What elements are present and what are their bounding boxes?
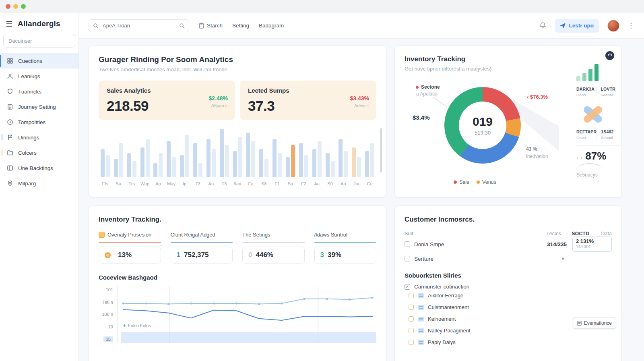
sidebar-item-cuections[interactable]: Cuections (0, 53, 78, 68)
red-dot-icon (416, 86, 419, 89)
bar-group (257, 129, 270, 177)
metric-value-box[interactable]: 0 446% (242, 247, 305, 263)
sidebar-search[interactable]: × (3, 34, 75, 48)
metric-underline (242, 242, 305, 243)
bar-group (165, 129, 178, 177)
bar-group (138, 129, 152, 177)
stat-lected-sumps[interactable]: Lected Sumps 37.3 $3.43% Adevi ⌐ (240, 81, 376, 120)
search-icon (93, 23, 99, 29)
sidebar-item-journey-setting[interactable]: Journey Setting (0, 99, 78, 114)
metric-value: 752,375 (184, 251, 208, 259)
sidebar-item-une-backtings[interactable]: Une Backtings (0, 160, 78, 176)
nav-link-starch[interactable]: Starch (199, 23, 223, 29)
row-checkbox[interactable] (405, 241, 410, 247)
sidebar-search-input[interactable] (8, 37, 80, 44)
sidebar-item-milparg[interactable]: Milparg (0, 176, 78, 191)
card-title: Gurager Rinding Por Soom Analytics (99, 55, 376, 64)
row-value-box[interactable]: 2 131% 149.304 (572, 237, 612, 252)
coceview-line-svg (118, 286, 376, 343)
checked-checkbox[interactable]: ✓ (405, 284, 410, 290)
send-icon (560, 23, 566, 28)
big-percent-prefix: + + (576, 156, 583, 160)
layout-columns-icon (6, 165, 13, 172)
stat-note: Adevi ⌐ (350, 103, 369, 108)
row-checkbox[interactable] (405, 256, 410, 261)
panel-col-sub: Gnou... (576, 135, 597, 140)
nav-link-badagram[interactable]: Badagram (259, 23, 284, 29)
topbar-search[interactable] (89, 19, 189, 32)
line-chart-y-axis: 101 7eti n 108 n 10 15 (99, 286, 117, 343)
sales-bar-chart: EfsSaTrsWapApMayIp73AuT39anFuS8F1SuF2AuS… (99, 129, 376, 186)
metric-label: /Idaws Suntrol (314, 232, 347, 238)
donut-callout: Sectone a Apulator (416, 84, 440, 97)
item-checkbox[interactable] (409, 316, 414, 322)
plus-icon: + (123, 323, 126, 328)
maximize-window-button[interactable] (21, 4, 26, 9)
y-tick-highlighted[interactable]: 15 (103, 336, 113, 342)
bar (185, 135, 189, 177)
sidebar-item-leaniugs[interactable]: Leaniugs (0, 68, 78, 84)
bar-x-label: May (165, 181, 178, 186)
flag-icon (99, 232, 105, 238)
minimize-window-button[interactable] (13, 4, 18, 9)
metric-underline (171, 242, 233, 243)
more-options-icon[interactable]: ⋮ (627, 21, 634, 30)
sidebar-item-tompoltties[interactable]: Tompoltties (0, 114, 78, 130)
topbar-search-input[interactable] (102, 22, 176, 29)
sidebar-item-uinnings[interactable]: Uinnings (0, 130, 78, 145)
metric-value-box[interactable]: 13% (99, 247, 161, 263)
item-checkbox[interactable] (409, 340, 414, 345)
bar (251, 141, 255, 177)
note-value: 43 % (526, 146, 548, 152)
stat-delta: $3.43% (350, 95, 369, 102)
column-header-soctd[interactable]: SOCTD (561, 231, 589, 237)
bar-x-label: F1 (270, 181, 284, 186)
user-avatar[interactable] (607, 20, 619, 32)
bar-x-label: 73 (191, 181, 204, 186)
item-checkbox[interactable] (409, 305, 414, 310)
donut-right-delta: ‹ $76.3% (527, 94, 548, 100)
y-tick: 7eti n (102, 300, 113, 305)
bar-group (218, 129, 231, 177)
nav-link-label: Starch (207, 23, 223, 29)
metric-value-box[interactable]: 1 752,375 (171, 247, 233, 263)
y-tick: 108 n (102, 312, 113, 317)
bar-group (125, 129, 138, 177)
bar (286, 157, 290, 177)
metric-value-box[interactable]: 3 39% (314, 247, 377, 263)
hamburger-menu-icon[interactable]: ☰ (6, 20, 12, 28)
sidebar-item-label: Milparg (18, 180, 36, 187)
evemationce-button[interactable]: Evemationce (573, 317, 616, 329)
lestr-upo-button[interactable]: Lestr upo (555, 19, 599, 33)
donut-center: 019 519.30 (444, 87, 521, 164)
nav-link-setting[interactable]: Setting (232, 23, 249, 29)
legend-item: Sale (454, 179, 469, 185)
donut-note: 43 % inedvation (526, 146, 548, 159)
list-item: Cuistmantenment (405, 301, 612, 313)
notification-bell-icon[interactable] (539, 22, 547, 29)
close-window-button[interactable] (6, 4, 10, 9)
bar-x-label: Jur (350, 181, 363, 186)
search-icon-right[interactable] (179, 23, 185, 29)
sidebar-item-colcers[interactable]: Colcers (0, 145, 78, 160)
stat-sales-analytics[interactable]: Sales Analytics 218.59 $2.48% A6pan ⌐ (99, 81, 235, 120)
item-checkbox[interactable] (409, 293, 414, 298)
sales-analytics-card: Gurager Rinding Por Soom Analytics Twe f… (89, 45, 386, 197)
list-item-icon (418, 305, 424, 310)
parent-item-label: Camiunster cotinaction (414, 284, 469, 290)
card-title: Inventory Tracking. (99, 216, 376, 224)
flag-icon (6, 134, 13, 141)
bar-group (284, 129, 297, 177)
bar (212, 149, 216, 177)
column-header-data: Data (589, 231, 612, 237)
panel-col-sub: Seanal (601, 135, 621, 140)
panel-col-title: DEFTAPR (576, 129, 597, 134)
value-box-main: 2 131% (576, 238, 608, 244)
chart-scrollbar[interactable] (380, 128, 382, 172)
item-checkbox[interactable] (409, 328, 414, 333)
note-label: inedvation (526, 154, 548, 159)
bar (264, 159, 268, 177)
chevron-down-icon[interactable]: ▼ (561, 256, 565, 261)
sidebar-item-tuanncks[interactable]: Tuanncks (0, 84, 78, 99)
y-tick: 10 (108, 324, 113, 329)
